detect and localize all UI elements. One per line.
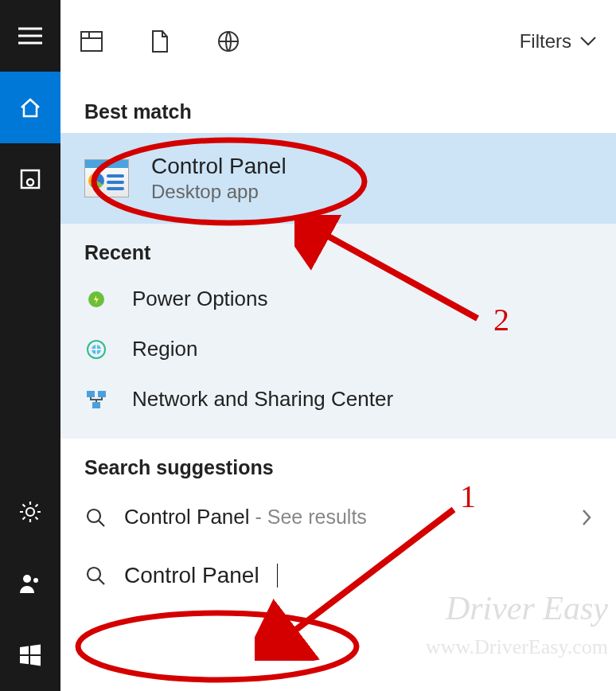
suggestion-hint-prefix: - See (250, 506, 303, 528)
cortana-sidebar (0, 0, 60, 691)
filter-apps-button[interactable] (80, 30, 103, 53)
filter-docs-button[interactable] (148, 29, 172, 53)
filter-web-button[interactable] (216, 29, 240, 53)
menu-button[interactable] (0, 0, 60, 72)
search-input-value: Control Panel (124, 563, 259, 588)
recent-item-power-options[interactable]: Power Options (60, 274, 616, 324)
svg-point-3 (23, 575, 31, 583)
best-match-title: Control Panel (151, 154, 287, 179)
text-cursor (277, 564, 278, 588)
recent-item-network[interactable]: Network and Sharing Center (60, 374, 616, 424)
svg-point-13 (88, 509, 100, 522)
start-button[interactable] (0, 619, 60, 691)
filter-bar: Filters (60, 0, 616, 83)
control-panel-icon (84, 159, 129, 197)
apps-icon (20, 169, 41, 189)
svg-point-2 (26, 508, 34, 516)
svg-rect-10 (87, 391, 95, 397)
filters-dropdown[interactable]: Filters (520, 30, 597, 53)
feedback-button[interactable] (0, 548, 60, 619)
search-panel: Filters Best match Control Panel Desktop… (60, 0, 616, 691)
suggestions-label: Search suggestions (60, 439, 616, 489)
recent-item-region[interactable]: Region (60, 324, 616, 374)
svg-rect-12 (92, 402, 100, 408)
chevron-right-icon (581, 508, 592, 527)
chevron-down-icon (579, 36, 597, 47)
best-match-item[interactable]: Control Panel Desktop app (60, 133, 616, 224)
settings-button[interactable] (0, 476, 60, 548)
search-input-row[interactable]: Control Panel (60, 545, 616, 606)
network-icon (84, 388, 108, 412)
suggestion-item[interactable]: Control Panel - See results (60, 489, 616, 545)
home-button[interactable] (0, 72, 60, 143)
best-match-label: Best match (60, 83, 616, 133)
region-icon (84, 338, 108, 361)
search-icon (84, 506, 107, 529)
globe-icon (216, 29, 240, 53)
gear-icon (18, 500, 42, 524)
recent-item-label: Network and Sharing Center (132, 387, 393, 412)
suggestion-term: Control Panel (124, 505, 250, 529)
filters-label: Filters (520, 30, 571, 53)
recent-label: Recent (60, 224, 616, 274)
home-icon (18, 96, 42, 119)
svg-point-4 (33, 578, 38, 583)
svg-point-14 (88, 568, 100, 580)
suggestion-hint-suffix: results (302, 506, 367, 528)
windows-icon (18, 643, 42, 667)
svg-rect-11 (98, 391, 106, 397)
recent-item-label: Region (132, 337, 197, 361)
best-match-subtitle: Desktop app (151, 181, 287, 203)
svg-rect-5 (81, 32, 102, 51)
apps-filter-icon (80, 30, 103, 53)
svg-point-1 (27, 179, 33, 185)
apps-button[interactable] (0, 143, 60, 215)
power-options-icon (84, 287, 108, 311)
person-icon (18, 572, 42, 595)
hamburger-icon (18, 27, 42, 45)
search-icon (84, 564, 107, 587)
recent-item-label: Power Options (132, 287, 268, 311)
document-icon (150, 29, 170, 53)
recent-section: Recent Power Options Region Network and … (60, 224, 616, 439)
